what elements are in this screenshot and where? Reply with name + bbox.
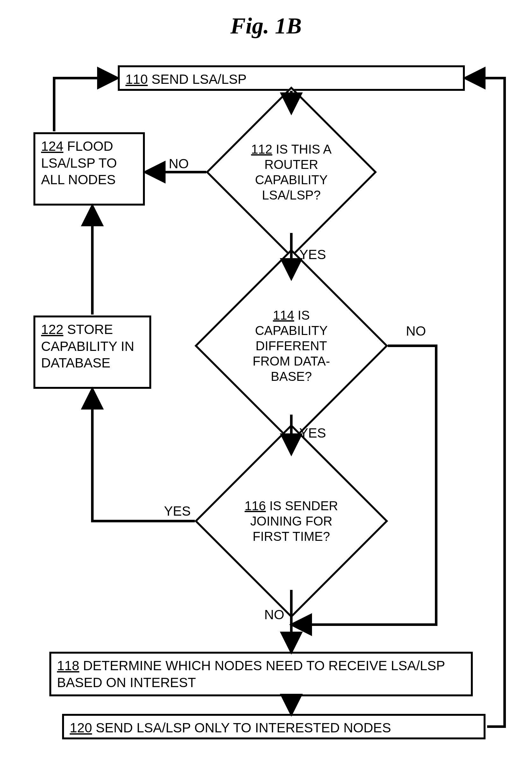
ref-num-122: 122 xyxy=(41,322,63,337)
text-110: SEND LSA/LSP xyxy=(148,72,246,87)
ref-num-110: 110 xyxy=(125,72,148,87)
label-no-112: NO xyxy=(169,156,189,171)
box-124-flood-all-nodes: 124 FLOOD LSA/LSP TO ALL NODES xyxy=(33,132,145,206)
ref-num-120: 120 xyxy=(70,720,92,735)
decision-114-capability-different: 114 IS CAPABILITY DIFFERENT FROM DATA-BA… xyxy=(223,277,360,414)
ref-num-116: 116 xyxy=(245,499,266,513)
text-120: SEND LSA/LSP ONLY TO INTERESTED NODES xyxy=(92,720,391,735)
label-no-116: NO xyxy=(264,607,284,623)
box-120-send-interested-only: 120 SEND LSA/LSP ONLY TO INTERESTED NODE… xyxy=(62,714,486,739)
decision-112-router-capability: 112 IS THIS A ROUTER CAPABILITY LSA/LSP? xyxy=(231,111,352,233)
box-118-determine-nodes: 118 DETERMINE WHICH NODES NEED TO RECEIV… xyxy=(49,652,473,696)
label-yes-112: YES xyxy=(299,247,326,262)
text-118: DETERMINE WHICH NODES NEED TO RECEIVE LS… xyxy=(57,658,445,690)
ref-num-114: 114 xyxy=(273,308,294,322)
ref-num-112: 112 xyxy=(251,142,273,156)
decision-116-sender-joining-first-time: 116 IS SENDER JOINING FOR FIRST TIME? xyxy=(223,452,360,590)
label-yes-114: YES xyxy=(299,425,326,441)
ref-num-124: 124 xyxy=(41,139,63,153)
label-yes-116: YES xyxy=(164,503,191,519)
ref-num-118: 118 xyxy=(57,658,79,673)
label-no-114: NO xyxy=(406,324,426,339)
figure-title: Fig. 1B xyxy=(0,13,532,39)
box-122-store-capability: 122 STORE CAPABILITY IN DATABASE xyxy=(33,316,151,389)
